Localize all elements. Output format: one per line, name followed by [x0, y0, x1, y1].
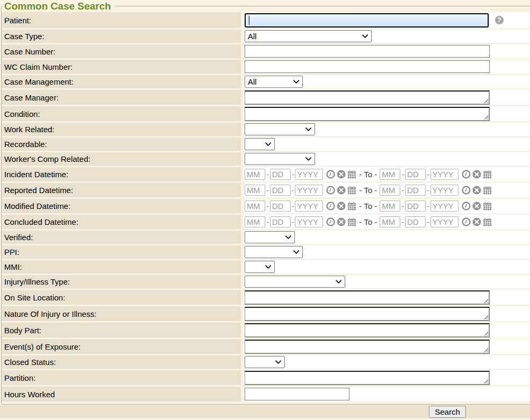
incident-from-month-input[interactable]	[245, 169, 265, 180]
patient-input-wrap	[245, 13, 489, 28]
wc-claim-number-input[interactable]	[245, 60, 490, 73]
nature-of-injury-control-cell	[244, 306, 530, 321]
help-icon[interactable]: ?	[495, 16, 504, 24]
modified-from-date-icons	[326, 202, 356, 211]
modified-from-month-input[interactable]	[245, 200, 265, 212]
clear-icon[interactable]	[337, 202, 346, 211]
clear-icon[interactable]	[472, 170, 481, 179]
clock-icon[interactable]	[462, 170, 471, 179]
incident-to-month-input[interactable]	[380, 169, 400, 180]
reported-from-day-input[interactable]	[270, 185, 291, 196]
incident-from-day-input[interactable]	[270, 169, 291, 180]
incident-to-day-input[interactable]	[405, 169, 426, 180]
incident-from-year-input[interactable]	[295, 169, 323, 180]
reported-to-year-input[interactable]	[430, 185, 459, 196]
case-number-input[interactable]	[245, 45, 490, 58]
calendar-icon[interactable]	[483, 202, 492, 211]
modified-from-year-input[interactable]	[295, 200, 323, 212]
clock-icon[interactable]	[326, 186, 335, 195]
clock-icon[interactable]	[326, 202, 335, 211]
case-manager-textarea[interactable]	[245, 90, 490, 105]
events-of-exposure-textarea[interactable]	[245, 340, 490, 354]
hours-worked-input[interactable]	[245, 388, 349, 400]
case-type-selected-value: All	[248, 32, 257, 41]
verified-select[interactable]	[245, 231, 295, 243]
chevron-down-icon	[265, 265, 271, 269]
reported-from-month-input[interactable]	[245, 185, 265, 196]
condition-textarea-wrap	[245, 107, 490, 121]
clear-icon[interactable]	[472, 217, 481, 226]
nature-of-injury-textarea[interactable]	[245, 307, 490, 321]
form-row-case-manager: Case Manager:	[2, 90, 530, 105]
search-button[interactable]: Search	[429, 406, 466, 418]
modified-from-day-input[interactable]	[270, 200, 291, 212]
case-management-select[interactable]: All	[245, 76, 303, 88]
date-separator: -	[427, 186, 429, 195]
workers-comp-related-select[interactable]	[245, 153, 315, 165]
partition-textarea[interactable]	[245, 371, 490, 385]
clear-icon[interactable]	[337, 186, 346, 195]
calendar-icon[interactable]	[347, 217, 356, 226]
workers-comp-related-control-cell	[244, 152, 530, 166]
clock-icon[interactable]	[326, 217, 335, 226]
concluded-from-month-input[interactable]	[245, 216, 265, 227]
concluded-from-day-input[interactable]	[270, 216, 291, 227]
condition-label: Condition:	[2, 106, 241, 121]
patient-control-cell: ?	[244, 12, 530, 28]
clock-icon[interactable]	[326, 170, 335, 179]
on-site-location-textarea-wrap	[245, 290, 490, 305]
chevron-down-icon	[306, 157, 311, 161]
recordable-select[interactable]	[245, 138, 275, 150]
incident-to-year-input[interactable]	[430, 169, 459, 180]
clear-icon[interactable]	[337, 217, 346, 226]
calendar-icon[interactable]	[483, 186, 492, 195]
text-caret	[249, 16, 249, 25]
reported-from-year-input[interactable]	[295, 185, 323, 196]
form-row-on-site-location: On Site Location:	[2, 290, 530, 305]
common-case-search-fieldset: Common Case Search Patient: ? Case Type:…	[1, 1, 530, 405]
reported-to-month-input[interactable]	[380, 185, 400, 196]
case-management-selected-value: All	[248, 77, 257, 86]
closed-status-select[interactable]	[245, 356, 285, 368]
clock-icon[interactable]	[462, 217, 471, 226]
case-manager-control-cell	[244, 90, 530, 105]
calendar-icon[interactable]	[483, 170, 492, 179]
injury-illness-type-select[interactable]	[245, 276, 345, 288]
condition-textarea[interactable]	[245, 107, 490, 121]
clock-icon[interactable]	[462, 202, 471, 211]
on-site-location-textarea[interactable]	[245, 290, 490, 305]
body-part-textarea[interactable]	[245, 323, 490, 337]
form-row-partition: Partition:	[2, 370, 530, 385]
modified-to-day-input[interactable]	[405, 200, 426, 212]
calendar-icon[interactable]	[347, 170, 356, 179]
clear-icon[interactable]	[472, 202, 481, 211]
concluded-from-year-input[interactable]	[295, 216, 323, 227]
recordable-label: Recordable:	[2, 138, 241, 151]
chevron-down-icon	[293, 250, 299, 254]
case-number-control-cell	[244, 44, 530, 58]
calendar-icon[interactable]	[483, 217, 492, 226]
case-type-control-cell: All	[244, 30, 530, 43]
ppi-select[interactable]	[245, 246, 303, 258]
chevron-down-icon	[306, 127, 311, 131]
work-related-select[interactable]	[245, 123, 315, 135]
clear-icon[interactable]	[472, 186, 481, 195]
calendar-icon[interactable]	[347, 202, 356, 211]
concluded-to-day-input[interactable]	[405, 216, 426, 227]
date-separator: -	[292, 170, 294, 179]
ppi-control-cell	[244, 245, 530, 259]
case-type-select[interactable]: All	[245, 30, 372, 42]
case-management-label: Case Management:	[2, 75, 241, 88]
modified-to-year-input[interactable]	[430, 200, 459, 212]
on-site-location-control-cell	[244, 290, 530, 305]
modified-to-month-input[interactable]	[380, 200, 400, 212]
clear-icon[interactable]	[337, 170, 346, 179]
patient-input[interactable]	[245, 13, 489, 28]
clock-icon[interactable]	[462, 186, 471, 195]
reported-to-day-input[interactable]	[405, 185, 426, 196]
concluded-to-year-input[interactable]	[430, 216, 459, 227]
concluded-to-month-input[interactable]	[380, 216, 400, 227]
mmi-select[interactable]	[245, 261, 275, 273]
calendar-icon[interactable]	[347, 186, 356, 195]
date-separator: -	[266, 186, 269, 195]
